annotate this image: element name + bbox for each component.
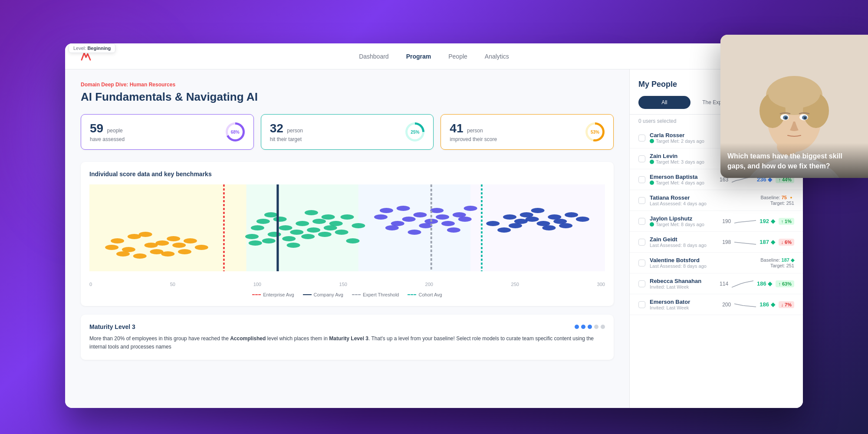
person-meta: Target Met: 8 days ago (650, 222, 718, 227)
svg-point-23 (279, 225, 292, 230)
svg-point-15 (133, 253, 147, 259)
svg-point-98 (804, 117, 806, 119)
stat-ring-1: 68% (226, 122, 245, 141)
svg-point-32 (301, 234, 315, 239)
maturity-dot-5[interactable] (601, 325, 605, 329)
nav-analytics[interactable]: Analytics (485, 53, 509, 60)
svg-point-60 (458, 217, 472, 222)
stat-ring-2: 25% (405, 122, 424, 141)
score-badge: ↓ 6% (779, 239, 794, 246)
svg-point-64 (497, 227, 511, 233)
legend-enterprise: Enterprise Avg (252, 292, 294, 297)
svg-point-31 (312, 219, 326, 224)
current-score: 192 ◆ (760, 218, 775, 224)
svg-point-14 (172, 243, 186, 248)
svg-point-20 (251, 225, 264, 230)
svg-point-63 (503, 214, 516, 220)
chart-xaxis: 0 50 100 150 200 250 300 (89, 280, 605, 287)
nav-dashboard[interactable]: Dashboard (359, 53, 389, 60)
chart-section: Individual score data and key benchmarks (81, 162, 614, 306)
sparkline (732, 279, 753, 288)
stat-desc-3: improved their score (450, 136, 497, 142)
target-met-icon (650, 222, 654, 227)
score-badge: ↑ 1% (779, 218, 794, 225)
person-info: Emerson Baptista Target Met: 4 days ago (650, 174, 715, 185)
svg-point-25 (273, 217, 287, 222)
maturity-dot-2[interactable] (581, 325, 585, 329)
chart-area (89, 184, 605, 280)
person-checkbox[interactable] (638, 135, 645, 141)
person-checkbox[interactable] (638, 239, 645, 246)
svg-point-10 (105, 245, 118, 250)
person-name: Jaylon Lipshutz (650, 215, 718, 222)
maturity-dot-4[interactable] (594, 325, 598, 329)
person-checkbox[interactable] (638, 301, 645, 308)
person-score-area: 198 187 ◆ ↓ 6% (722, 238, 794, 247)
person-info: Rebecca Shanahan Invited: Last Week (650, 278, 715, 289)
svg-point-52 (397, 206, 410, 211)
person-checkbox[interactable] (638, 176, 645, 183)
svg-point-50 (385, 225, 399, 230)
person-checkbox[interactable] (638, 260, 645, 266)
person-meta: Target Met: 4 days ago (650, 180, 715, 185)
stat-pct-2: 25% (408, 125, 422, 139)
current-score: 186 ◆ (760, 301, 775, 308)
domain-label: Domain Deep Dive: Human Resources (81, 82, 614, 88)
person-row: Zain Geidt Last Assessed: 8 days ago 198… (630, 232, 803, 253)
stat-unit-3: person (467, 128, 483, 134)
stat-card-assessed: 59 people have assessed 68% (81, 114, 254, 150)
person-checkbox[interactable] (638, 280, 645, 287)
person-name: Tatiana Rosser (650, 194, 756, 201)
svg-point-53 (436, 214, 449, 220)
maturity-dot-1[interactable] (575, 325, 579, 329)
maturity-dot-3[interactable] (588, 325, 592, 329)
svg-point-38 (346, 238, 359, 243)
svg-point-37 (341, 214, 354, 220)
svg-rect-0 (89, 184, 247, 271)
chart-bg-svg (89, 184, 605, 280)
nav-people[interactable]: People (448, 53, 467, 60)
stat-unit-1: people (107, 128, 123, 134)
target-met-icon (650, 181, 654, 185)
person-checkbox[interactable] (638, 197, 645, 204)
svg-point-48 (402, 217, 416, 222)
nav-program[interactable]: Program (406, 53, 431, 60)
svg-point-72 (542, 225, 556, 230)
svg-point-9 (155, 240, 169, 246)
person-score-area: 190 192 ◆ ↑ 1% (722, 217, 794, 226)
person-score-area: 200 186 ◆ ↓ 7% (722, 300, 794, 309)
svg-point-29 (307, 227, 320, 233)
stat-desc-2: hit their target (270, 136, 303, 142)
svg-point-16 (184, 238, 197, 243)
current-score: 186 ◆ (757, 280, 772, 287)
person-info: Tatiana Rosser Last Assessed: 4 days ago (650, 194, 756, 206)
person-score-area: Baseline: 75 🔸 Target: 251 (760, 195, 794, 206)
svg-point-8 (139, 232, 152, 237)
maturity-text: More than 20% of employees in this group… (89, 335, 605, 351)
maturity-section: Maturity Level 3 More than 20% of employ… (81, 315, 614, 360)
svg-point-35 (329, 221, 343, 226)
stat-number-2: 32 (270, 122, 283, 135)
legend-expert: Expert Threshold (352, 292, 399, 297)
svg-point-19 (178, 249, 191, 254)
person-row: Rebecca Shanahan Invited: Last Week 114 … (630, 273, 803, 294)
svg-point-43 (305, 210, 318, 215)
svg-point-75 (559, 223, 572, 228)
person-meta: Invited: Last Week (650, 284, 715, 289)
svg-point-44 (322, 214, 335, 220)
svg-point-76 (576, 217, 589, 222)
svg-point-18 (161, 251, 174, 256)
svg-rect-3 (470, 184, 605, 271)
svg-point-92 (768, 78, 820, 108)
left-panel: Domain Deep Dive: Human Resources AI Fun… (65, 69, 629, 408)
svg-point-24 (245, 234, 259, 239)
svg-point-27 (262, 238, 276, 243)
svg-point-45 (374, 214, 388, 220)
person-checkbox[interactable] (638, 218, 645, 225)
sparkline (734, 300, 756, 309)
person-checkbox[interactable] (638, 155, 645, 162)
svg-point-11 (167, 236, 180, 241)
svg-point-30 (282, 236, 296, 241)
svg-point-22 (256, 219, 270, 224)
tab-all[interactable]: All (638, 96, 690, 109)
